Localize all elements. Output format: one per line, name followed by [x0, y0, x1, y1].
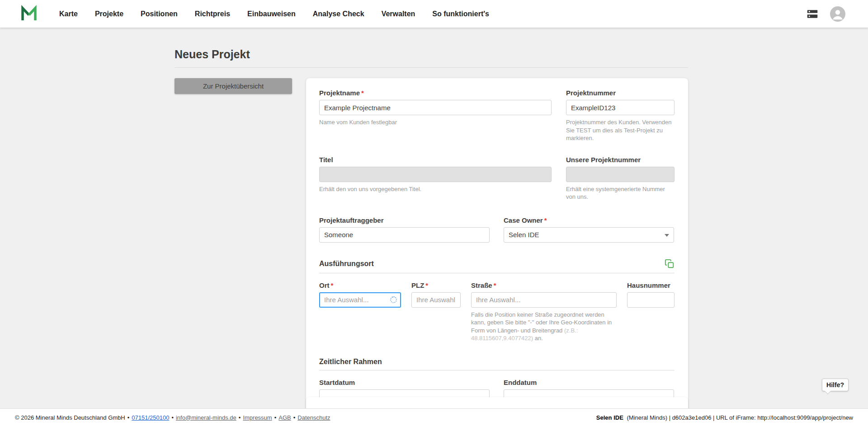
nav-item-einbauweisen[interactable]: Einbauweisen [239, 0, 304, 28]
phone-link[interactable]: 07151/250100 [132, 414, 169, 421]
datenschutz-link[interactable]: Datenschutz [297, 414, 330, 421]
titel-input [319, 167, 552, 182]
projektname-helper: Name vom Kunden festlegbar [319, 118, 552, 126]
server-icon[interactable] [806, 7, 819, 21]
titel-helper: Erhält den von uns vorgegebenen Titel. [319, 185, 552, 193]
field-ort: Ort* [319, 281, 401, 342]
agb-link[interactable]: AGB [278, 414, 291, 421]
row-titel-unsere-projektnummer: Titel Erhält den von uns vorgegebenen Ti… [319, 156, 675, 201]
strasse-helper: Falls die Position keiner Straße zugeord… [471, 311, 617, 342]
content-row: Zur Projektübersicht Projektname* Name v… [175, 78, 688, 418]
projektauftraggeber-label: Projektauftraggeber [319, 216, 490, 224]
nav-item-so-funktionierts[interactable]: So funktioniert's [424, 0, 498, 28]
section-ausfuehrungsort-title: Ausführungsort [319, 260, 374, 268]
chevron-down-icon [665, 234, 669, 237]
nav-item-positionen[interactable]: Positionen [132, 0, 186, 28]
new-project-form-card: Projektname* Name vom Kunden festlegbar … [306, 78, 688, 418]
section-zeitlicher-rahmen-divider [319, 370, 675, 370]
ort-input-wrapper [319, 292, 401, 308]
main-nav: Karte Projekte Positionen Richtpreis Ein… [51, 0, 498, 28]
footer-user-name: Selen IDE [596, 414, 623, 421]
ort-label-text: Ort [319, 281, 330, 289]
ort-label: Ort* [319, 281, 401, 289]
hausnummer-label: Hausnummer [627, 281, 675, 289]
required-asterisk: * [331, 281, 334, 289]
plz-label-text: PLZ [411, 281, 424, 289]
title-divider [175, 67, 688, 68]
required-asterisk: * [425, 281, 428, 289]
footer-separator: • [127, 414, 130, 421]
help-button[interactable]: Hilfe? [822, 379, 849, 391]
footer-separator: • [239, 414, 241, 421]
field-hausnummer: Hausnummer [627, 281, 675, 342]
field-strasse: Straße* Falls die Position keiner Straße… [471, 281, 617, 342]
case-owner-selected-value: Selen IDE [509, 231, 539, 239]
page-title: Neues Projekt [175, 48, 688, 61]
navbar-right-actions [806, 6, 845, 22]
row-projektname-projektnummer: Projektname* Name vom Kunden festlegbar … [319, 89, 675, 142]
nav-item-projekte[interactable]: Projekte [86, 0, 132, 28]
nav-item-richtpreis[interactable]: Richtpreis [186, 0, 239, 28]
nav-item-verwalten[interactable]: Verwalten [373, 0, 424, 28]
required-asterisk: * [361, 89, 364, 97]
back-to-projects-button[interactable]: Zur Projektübersicht [175, 78, 292, 94]
projektname-label-text: Projektname [319, 89, 360, 97]
section-zeitlicher-rahmen-header: Zeitlicher Rahmen [319, 358, 675, 366]
enddatum-label: Enddatum [504, 379, 674, 386]
strasse-label: Straße* [471, 281, 617, 289]
mineral-minds-logo-icon [20, 5, 38, 23]
footer-session-info: Selen IDE (Mineral Minds) | d602a3e1ed06… [596, 414, 853, 421]
brand-logo[interactable] [20, 4, 39, 24]
projektnummer-helper: Projektnummer des Kunden. Verwenden Sie … [566, 118, 675, 142]
field-case-owner: Case Owner* Selen IDE [504, 216, 674, 243]
help-button-label: Hilfe? [826, 381, 844, 389]
projektname-label: Projektname* [319, 89, 552, 97]
nav-item-karte[interactable]: Karte [51, 0, 86, 28]
section-ausfuehrungsort-divider [319, 273, 675, 273]
main-content: Neues Projekt Zur Projektübersicht Proje… [175, 28, 688, 418]
field-unsere-projektnummer: Unsere Projektnummer Erhält eine systemg… [566, 156, 675, 201]
section-zeitlicher-rahmen-title: Zeitlicher Rahmen [319, 358, 382, 366]
field-projektauftraggeber: Projektauftraggeber [319, 216, 490, 243]
unsere-projektnummer-input [566, 167, 675, 182]
projektname-input[interactable] [319, 100, 552, 115]
impressum-link[interactable]: Impressum [243, 414, 272, 421]
projektnummer-label: Projektnummer [566, 89, 675, 97]
row-address: Ort* PLZ* Straße* Falls die Position kei… [319, 281, 675, 342]
field-plz: PLZ* [411, 281, 461, 342]
hausnummer-input[interactable] [627, 292, 675, 308]
field-projektnummer: Projektnummer Projektnummer des Kunden. … [566, 89, 675, 142]
strasse-helper-main: Falls die Position keiner Straße zugeord… [471, 311, 612, 334]
help-bubble-tail [825, 388, 831, 394]
field-projektname: Projektname* Name vom Kunden festlegbar [319, 89, 552, 142]
ort-input[interactable] [319, 292, 401, 308]
titel-label: Titel [319, 156, 552, 164]
loading-spinner-icon [390, 296, 397, 303]
footer-separator: • [274, 414, 277, 421]
email-link[interactable]: info@mineral-minds.de [176, 414, 236, 421]
case-owner-label-text: Case Owner [504, 216, 543, 224]
plz-label: PLZ* [411, 281, 461, 289]
footer: © 2026 Mineral Minds Deutschland GmbH • … [0, 408, 868, 426]
footer-separator: • [293, 414, 296, 421]
row-auftraggeber-caseowner: Projektauftraggeber Case Owner* Selen ID… [319, 216, 675, 243]
footer-separator: • [171, 414, 174, 421]
strasse-input[interactable] [471, 292, 617, 308]
top-navbar: Karte Projekte Positionen Richtpreis Ein… [0, 0, 868, 28]
required-asterisk: * [544, 216, 547, 224]
user-avatar[interactable] [830, 6, 845, 22]
copy-icon[interactable] [665, 259, 675, 269]
plz-input[interactable] [411, 292, 461, 308]
field-titel: Titel Erhält den von uns vorgegebenen Ti… [319, 156, 552, 201]
projektnummer-input[interactable] [566, 100, 675, 115]
case-owner-select[interactable]: Selen IDE [504, 227, 674, 243]
unsere-projektnummer-label: Unsere Projektnummer [566, 156, 675, 164]
unsere-projektnummer-helper: Erhält eine systemgenerierte Nummer von … [566, 185, 675, 201]
projektauftraggeber-input[interactable] [319, 227, 490, 243]
copyright-text: © 2026 Mineral Minds Deutschland GmbH [15, 414, 125, 421]
startdatum-label: Startdatum [319, 379, 490, 386]
nav-item-analyse-check[interactable]: Analyse Check [304, 0, 373, 28]
required-asterisk: * [494, 281, 496, 289]
strasse-helper-suffix: an. [533, 335, 543, 342]
strasse-label-text: Straße [471, 281, 492, 289]
